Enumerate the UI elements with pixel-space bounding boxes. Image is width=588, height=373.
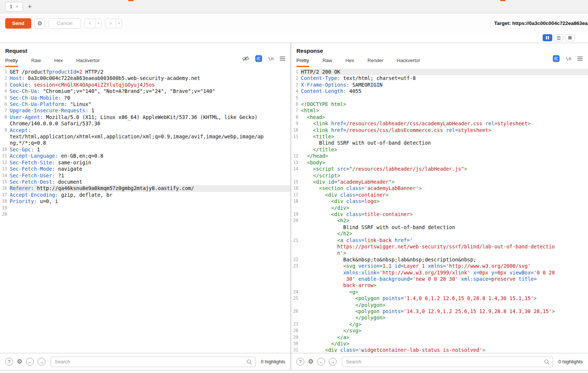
line-content[interactable]: </div> <box>301 205 588 211</box>
code-line[interactable]: 5 <box>291 95 588 101</box>
code-line[interactable]: 28 </svg> <box>291 328 588 334</box>
code-line[interactable]: 7<html> <box>291 107 588 114</box>
cancel-button[interactable]: Cancel <box>48 18 81 29</box>
layout-rows-button[interactable] <box>554 34 563 41</box>
search-icon[interactable] <box>246 359 252 365</box>
code-line[interactable]: Chrome/140.0.0.0 Safari/537.36 <box>0 120 290 127</box>
line-content[interactable]: </svg> <box>301 328 588 334</box>
editor-menu-icon[interactable] <box>280 56 285 61</box>
response-editor[interactable]: 1HTTP/2 200 OK2Content-Type: text/html; … <box>291 67 588 353</box>
line-content[interactable]: Sec-Ch-Ua: "Chromium";v="140", "Not=A?Br… <box>10 88 290 94</box>
code-line[interactable]: 15Sec-Fetch-Dest: document <box>0 179 290 185</box>
line-content[interactable]: Sec-Gpc: 1 <box>10 147 290 153</box>
line-content[interactable]: <title> <box>301 134 588 140</box>
code-line[interactable]: 18Priority: u=0, i <box>0 198 290 205</box>
code-line[interactable]: 20 <h2> <box>291 218 588 224</box>
code-line[interactable]: 14 <script src="/resources/labheader/js/… <box>291 166 588 172</box>
line-content[interactable]: </script> <box>301 173 588 179</box>
code-line[interactable]: 1GET /product?productId=2 HTTP/2 <box>0 69 290 75</box>
code-line[interactable]: </polygon> <box>291 315 588 321</box>
newline-toggle-icon[interactable]: \n <box>566 56 571 61</box>
line-content[interactable]: Sec-Ch-Ua-Mobile: ?0 <box>10 95 290 101</box>
code-line[interactable]: 20 <box>0 211 290 218</box>
line-content[interactable]: </polygon> <box>301 302 588 308</box>
line-content[interactable]: n'> <box>301 250 588 256</box>
line-content[interactable]: Sec-Fetch-User: ?1 <box>10 173 290 179</box>
line-content[interactable]: Content-Length: 4055 <box>301 88 588 94</box>
line-content[interactable]: Sec-Fetch-Site: same-origin <box>10 160 290 166</box>
line-content[interactable] <box>10 205 290 211</box>
code-line[interactable]: 4Sec-Ch-Ua: "Chromium";v="140", "Not=A?B… <box>0 88 290 94</box>
line-content[interactable]: text/html,application/xhtml+xml,applicat… <box>10 134 290 140</box>
code-line[interactable]: 12 </head> <box>291 153 588 159</box>
code-line[interactable]: 3X-Frame-Options: SAMEORIGIN <box>291 82 588 88</box>
line-content[interactable]: <head> <box>301 114 588 120</box>
code-line[interactable]: 31 <div class='widgetcontainer-lab-statu… <box>291 347 588 353</box>
line-content[interactable]: <link href=/resources/labheader/css/acad… <box>301 120 588 127</box>
line-content[interactable]: Upgrade-Insecure-Requests: 1 <box>10 107 290 114</box>
line-content[interactable]: Accept-Language: en-GB,en;q=0.8 <box>10 153 290 159</box>
send-settings-button[interactable]: ⚙ <box>35 18 45 29</box>
code-line[interactable]: 12Sec-Fetch-Site: same-origin <box>0 160 290 166</box>
line-content[interactable]: Chrome/140.0.0.0 Safari/537.36 <box>10 120 290 127</box>
help-button[interactable]: ? <box>296 358 304 366</box>
response-search-input[interactable] <box>342 357 553 367</box>
line-content[interactable]: <div class=container> <box>301 192 588 198</box>
line-content[interactable]: back-arrow> <box>301 282 588 289</box>
code-line[interactable]: </div> <box>291 205 588 211</box>
line-content[interactable]: <script src="/resources/labheader/js/lab… <box>301 166 588 172</box>
code-line[interactable]: 30' enable-background='new 0 0 28 30' xm… <box>291 276 588 282</box>
request-tab-pretty[interactable]: Pretty <box>5 58 18 67</box>
line-content[interactable]: HTTP/2 200 OK <box>301 69 588 75</box>
code-line[interactable]: 8User-Agent: Mozilla/5.0 (X11; Linux x86… <box>0 114 290 120</box>
line-content[interactable]: </g> <box>301 321 588 328</box>
code-line[interactable]: </polygon> <box>291 302 588 308</box>
line-content[interactable] <box>10 211 290 218</box>
code-line[interactable]: 17 <div class=container> <box>291 192 588 198</box>
code-line[interactable]: 26 <polygon points='14.3,0 12.9,1.2 25.6… <box>291 308 588 315</box>
code-line[interactable]: 5Sec-Ch-Ua-Mobile: ?0 <box>0 95 290 101</box>
response-tab-raw[interactable]: Raw <box>322 58 332 67</box>
line-content[interactable]: <polygon points='1.4,0 0,1.2 12.6,15 0,2… <box>301 295 588 302</box>
code-line[interactable]: 21 <a class=link-back href=' <box>291 237 588 244</box>
line-content[interactable]: <body> <box>301 160 588 166</box>
code-line[interactable]: Blind SSRF with out-of-band detection <box>291 140 588 146</box>
code-line[interactable]: 23 <svg version=1.1 id=Layer_1 xmlns='ht… <box>291 263 588 269</box>
request-tab-hackvertor[interactable]: Hackvertor <box>76 58 100 67</box>
search-prev-button[interactable]: ← <box>317 358 325 366</box>
code-line[interactable]: 16 <section class='academyLabBanner'> <box>291 185 588 192</box>
search-icon[interactable] <box>544 359 550 365</box>
line-content[interactable]: <div class=logo> <box>301 198 588 205</box>
line-content[interactable]: Sec-Ch-Ua-Platform: "Linux" <box>10 101 290 107</box>
help-button[interactable]: ? <box>5 358 13 366</box>
code-line[interactable]: 3Cookie: session=cMnGlXK4OApo4iZZYlutqjG… <box>0 82 290 88</box>
code-line[interactable]: 24 <g> <box>291 289 588 295</box>
prev-request-button[interactable]: < <box>84 19 102 28</box>
response-tab-pretty[interactable]: Pretty <box>296 58 309 67</box>
syntax-highlight-icon[interactable] <box>553 55 560 62</box>
line-content[interactable]: GET /product?productId=2 HTTP/2 <box>10 69 290 75</box>
code-line[interactable]: 16Referer: http://qa46ksnu8e9a8kmqm57z0g… <box>0 185 290 192</box>
target-bar[interactable]: Target: https://0a3c00c004c722ea863ea <box>494 20 588 26</box>
line-content[interactable]: Sec-Fetch-Dest: document <box>10 179 290 185</box>
line-content[interactable]: <g> <box>301 289 588 295</box>
code-line[interactable]: xmlns:xlink='http://www.w3.org/1999/xlin… <box>291 270 588 276</box>
code-line[interactable]: 25 <polygon points='1.4,0 0,1.2 12.6,15 … <box>291 295 588 302</box>
request-tab-hex[interactable]: Hex <box>54 58 63 67</box>
line-content[interactable]: <link href=/resources/css/labsEcommerce.… <box>301 127 588 134</box>
line-content[interactable]: <a class=link-back href=' <box>301 237 588 244</box>
code-line[interactable]: 10 <link href=/resources/css/labsEcommer… <box>291 127 588 134</box>
code-line[interactable]: 27 </g> <box>291 321 588 328</box>
line-content[interactable]: User-Agent: Mozilla/5.0 (X11; Linux x86_… <box>10 114 290 120</box>
line-content[interactable]: <polygon points='14.3,0 12.9,1.2 25.6,15… <box>301 308 588 315</box>
code-line[interactable]: n'> <box>291 250 588 256</box>
line-content[interactable]: </a> <box>301 334 588 341</box>
code-line[interactable]: 14Sec-Fetch-User: ?1 <box>0 173 290 179</box>
line-content[interactable]: https://portswigger.net/web-security/ssr… <box>301 244 588 250</box>
newline-toggle-icon[interactable]: \n <box>268 56 274 61</box>
line-content[interactable]: </div> <box>301 341 588 347</box>
line-content[interactable]: Cookie: session=cMnGlXK4OApo4iZZYlutqjGO… <box>10 82 290 88</box>
line-content[interactable]: <div class=title-container> <box>301 211 588 218</box>
search-settings-gear-icon[interactable]: ⚙ <box>17 358 22 365</box>
editor-menu-icon[interactable] <box>577 56 583 61</box>
